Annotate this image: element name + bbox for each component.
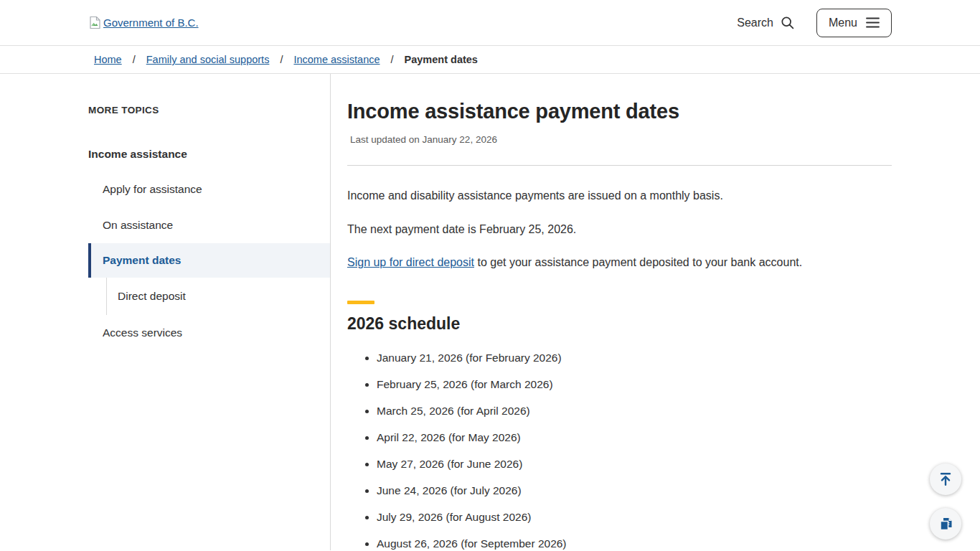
search-icon [780, 15, 795, 30]
direct-deposit-paragraph-rest: to get your assistance payment deposited… [474, 256, 802, 268]
list-item: April 22, 2026 (for May 2026) [377, 431, 892, 444]
search-label: Search [737, 17, 773, 29]
sidebar-item-payment-dates-active[interactable]: Payment dates [88, 243, 330, 278]
sidebar-heading: MORE TOPICS [88, 105, 330, 116]
menu-label: Menu [829, 17, 857, 29]
list-item: May 27, 2026 (for June 2026) [377, 458, 892, 471]
list-item: June 24, 2026 (for July 2026) [377, 484, 892, 497]
breadcrumb-bar: Home / Family and social supports / Inco… [0, 46, 980, 74]
menu-button[interactable]: Menu [816, 9, 892, 37]
back-to-top-button[interactable] [930, 463, 961, 495]
sidebar-item-income-assistance[interactable]: Income assistance [88, 137, 330, 171]
sidebar-more-topics: MORE TOPICS Income assistance Apply for … [88, 74, 331, 550]
breadcrumb-separator: / [133, 54, 136, 65]
sidebar-subsection: Direct deposit [106, 278, 330, 315]
sidebar-item-access-services[interactable]: Access services [88, 315, 330, 351]
broken-image-icon [88, 16, 102, 29]
schedule-heading: 2026 schedule [347, 314, 892, 334]
list-item: February 25, 2026 (for March 2026) [377, 378, 892, 391]
list-item: August 26, 2026 (for September 2026) [377, 537, 892, 550]
payment-dates-list: January 21, 2026 (for February 2026) Feb… [347, 352, 892, 551]
breadcrumb-separator: / [391, 54, 394, 65]
list-item: July 29, 2026 (for August 2026) [377, 511, 892, 524]
breadcrumb-income-assistance[interactable]: Income assistance [293, 54, 380, 65]
breadcrumb-current-payment-dates: Payment dates [405, 54, 478, 65]
arrow-up-icon [938, 471, 953, 487]
site-header: Government of B.C. Search Menu [0, 0, 980, 46]
list-item: March 25, 2026 (for April 2026) [377, 405, 892, 418]
government-bc-logo-link[interactable]: Government of B.C. [88, 16, 199, 29]
copy-page-button[interactable] [930, 508, 961, 540]
intro-paragraph: Income and disability assistance payment… [347, 188, 892, 204]
breadcrumb-home[interactable]: Home [94, 54, 122, 65]
sidebar-item-direct-deposit[interactable]: Direct deposit [107, 281, 330, 311]
title-divider [347, 165, 892, 166]
logo-alt-text: Government of B.C. [103, 17, 199, 29]
last-updated-text: Last updated on January 22, 2026 [347, 134, 892, 145]
page-title: Income assistance payment dates [347, 100, 892, 123]
sign-up-direct-deposit-link[interactable]: Sign up for direct deposit [347, 256, 474, 268]
hamburger-icon [866, 17, 880, 28]
search-button[interactable]: Search [737, 15, 795, 30]
breadcrumb: Home / Family and social supports / Inco… [88, 46, 892, 73]
copy-icon [938, 517, 953, 532]
list-item: January 21, 2026 (for February 2026) [377, 352, 892, 364]
next-payment-paragraph: The next payment date is February 25, 20… [347, 222, 892, 237]
breadcrumb-family-and-social-supports[interactable]: Family and social supports [146, 54, 270, 65]
direct-deposit-paragraph: Sign up for direct deposit to get your a… [347, 255, 892, 270]
breadcrumb-separator: / [280, 54, 283, 65]
sidebar-item-on-assistance[interactable]: On assistance [88, 207, 330, 243]
gold-accent-bar [347, 301, 374, 304]
sidebar-item-apply-for-assistance[interactable]: Apply for assistance [88, 171, 330, 207]
main-content: Income assistance payment dates Last upd… [331, 74, 892, 550]
